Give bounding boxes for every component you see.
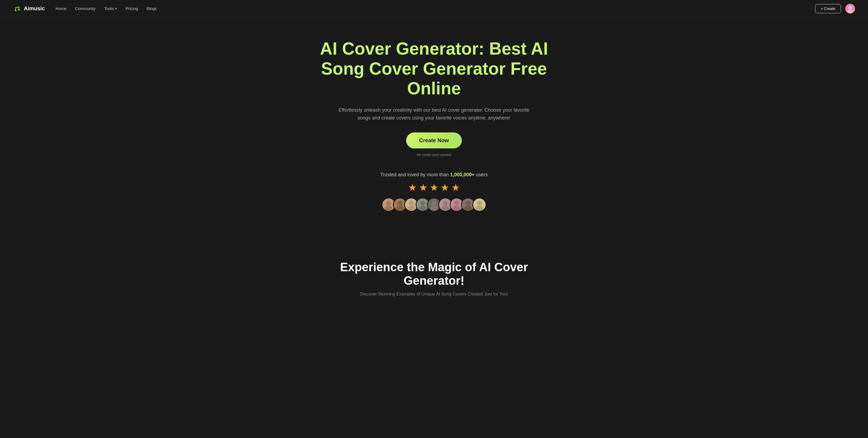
hero-subtitle: Effortlessly unleash your creativity wit…	[337, 106, 531, 122]
star-1: ★	[408, 182, 417, 193]
svg-point-4	[848, 6, 852, 9]
navbar-right: + Create	[815, 4, 855, 13]
svg-point-1	[15, 9, 17, 11]
nav-item-pricing[interactable]: Pricing	[126, 6, 138, 11]
nav-link-pricing[interactable]: Pricing	[126, 6, 138, 11]
svg-point-5	[847, 9, 853, 13]
chevron-down-icon: ▾	[115, 6, 117, 11]
create-now-button[interactable]: Create Now	[406, 133, 462, 148]
logo-icon	[13, 4, 22, 13]
nav-link-home[interactable]: Home	[56, 6, 66, 11]
nav-item-home[interactable]: Home	[56, 6, 66, 11]
create-button[interactable]: + Create	[815, 4, 841, 13]
trusted-text: Trusted and loved by more than 1,000,000…	[380, 172, 488, 178]
svg-point-23	[441, 206, 449, 211]
svg-point-25	[454, 201, 459, 206]
svg-point-17	[419, 206, 427, 211]
user-avatars-row	[381, 198, 487, 212]
svg-point-26	[453, 206, 461, 211]
nav-item-blogs[interactable]: Blogs	[147, 6, 157, 11]
navbar-left: Aimusic Home Community Tools ▾ Pricing B…	[13, 4, 157, 13]
no-credit-card-label: No credit card needed	[417, 153, 451, 157]
svg-point-14	[407, 206, 415, 211]
logo[interactable]: Aimusic	[13, 4, 45, 13]
star-rating: ★ ★ ★ ★ ★	[408, 182, 460, 193]
svg-point-0	[13, 4, 22, 13]
svg-point-32	[476, 206, 483, 211]
list-item	[472, 198, 487, 212]
star-5: ★	[451, 182, 460, 193]
nav-link-blogs[interactable]: Blogs	[147, 6, 157, 11]
svg-point-10	[398, 201, 402, 206]
star-2: ★	[419, 182, 428, 193]
magic-title: Experience the Magic of AI Cover Generat…	[312, 260, 556, 287]
svg-point-31	[477, 201, 482, 206]
svg-point-7	[386, 201, 391, 206]
nav-item-community[interactable]: Community	[75, 6, 96, 11]
user-count: 1,000,000+	[450, 172, 474, 177]
svg-point-2	[18, 9, 20, 10]
svg-point-11	[396, 206, 404, 211]
nav-item-tools[interactable]: Tools ▾	[104, 6, 117, 11]
nav-link-tools[interactable]: Tools ▾	[104, 6, 117, 11]
brand-name: Aimusic	[24, 5, 45, 11]
svg-point-29	[464, 206, 472, 211]
star-3: ★	[430, 182, 438, 193]
svg-point-16	[420, 201, 425, 206]
navbar: Aimusic Home Community Tools ▾ Pricing B…	[0, 0, 868, 17]
svg-point-28	[466, 201, 470, 206]
hero-section: AI Cover Generator: Best AI Song Cover G…	[299, 17, 569, 250]
magic-subtitle: Discover Stunning Examples of Unique AI …	[312, 292, 556, 297]
user-avatar-image	[845, 4, 855, 13]
trusted-section: Trusted and loved by more than 1,000,000…	[380, 172, 488, 212]
svg-point-19	[432, 201, 436, 206]
avatar[interactable]	[845, 4, 855, 13]
svg-point-20	[430, 206, 438, 211]
svg-point-8	[385, 206, 392, 211]
svg-point-13	[409, 201, 414, 206]
svg-point-22	[443, 201, 448, 206]
star-4: ★	[440, 182, 449, 193]
nav-links: Home Community Tools ▾ Pricing Blogs	[56, 6, 157, 11]
magic-section: Experience the Magic of AI Cover Generat…	[299, 250, 569, 308]
nav-link-community[interactable]: Community	[75, 6, 96, 11]
hero-title: AI Cover Generator: Best AI Song Cover G…	[312, 39, 556, 99]
